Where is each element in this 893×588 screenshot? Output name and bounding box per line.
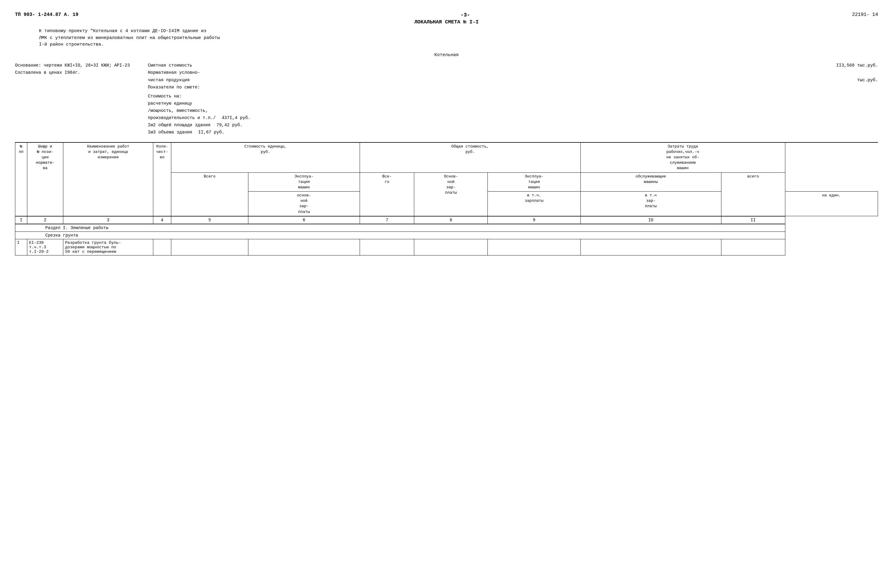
normative-value: тыс.руб.	[857, 76, 878, 84]
subsection-label-1: Срезка грунта	[15, 231, 785, 239]
idx-10: IO	[580, 216, 721, 224]
row1-name: Разработка грунта буль-дозерами мощность…	[63, 239, 153, 255]
header-left: ТП 903- 1-244.87 А. 19	[15, 12, 78, 17]
area-row: Iм2 общей площади здания 79,42 руб.	[148, 122, 878, 129]
th-base-salary: основ-нойзар-платы	[248, 192, 360, 216]
desc-line3: I-й район строительства.	[39, 41, 878, 48]
indicators-label: Показатели по смете:	[148, 84, 878, 91]
basis-line1: Основание: чертежи КЖI+IO, 26+3I КЖИ; АР…	[15, 62, 130, 69]
calc-unit-label3: производительность и т.п./	[148, 114, 216, 122]
normative-label2: чистая продукция	[148, 76, 851, 84]
object-name: Котельная	[15, 52, 878, 58]
th-total-expl-label: Эксплуа-тациямашин	[488, 172, 580, 192]
main-table: №пп Шифр и№ пози-циинормати-ва Наименова…	[15, 142, 878, 255]
section-row-1: Раздел I. Земляные работы	[15, 224, 878, 232]
table-header-row1: №пп Шифр и№ пози-циинормати-ва Наименова…	[15, 142, 878, 172]
th-expl-salary: в т.ч.зарплаты	[488, 192, 580, 216]
table-index-row: I 2 3 4 5 6 7 8 9 IO II	[15, 216, 878, 224]
idx-3: 3	[63, 216, 153, 224]
header-center: -3-	[78, 12, 852, 18]
idx-1: I	[15, 216, 27, 224]
normative-row1: Нормативная условно-	[148, 69, 878, 76]
volume-row: Iм3 объема здания II,67 руб.	[148, 129, 878, 136]
row1-total-base	[414, 239, 488, 255]
normative-label: Нормативная условно-	[148, 69, 878, 76]
row1-labor-unit	[580, 239, 721, 255]
row1-total-expl	[488, 239, 580, 255]
row1-qty	[153, 239, 171, 255]
header-row: ТП 903- 1-244.87 А. 19 -3- 22191- 14	[15, 12, 878, 18]
calc-unit-row2: /мощность, вместимость,	[148, 107, 878, 114]
table-row-1: I ЕI-230т.ч.т.3т.I-29-2 Разработка грунт…	[15, 239, 878, 255]
estimated-cost-row: Сметная стоимость II3,568 тыс.руб.	[148, 62, 878, 69]
th-unit-total: Всего	[171, 172, 248, 216]
calc-unit-label: расчетную единицу	[148, 100, 878, 107]
row1-labor-total	[721, 239, 785, 255]
section-label-1: Раздел I. Земляные работы	[15, 224, 785, 232]
th-total-base: Основ-нойзар-платы	[414, 172, 488, 216]
th-labor-group: Затраты трударабочих,чол.-чне занятых об…	[580, 142, 785, 172]
idx-2: 2	[27, 216, 63, 224]
idx-8: 8	[414, 216, 488, 224]
normative-row2: чистая продукция тыс.руб.	[148, 76, 878, 84]
area-label: Iм2 общей площади здания	[148, 122, 210, 129]
th-labor-total: всего	[721, 172, 785, 216]
subsection-row-1: Срезка грунта	[15, 231, 878, 239]
page-container: ТП 903- 1-244.87 А. 19 -3- 22191- 14 ЛОК…	[15, 12, 878, 255]
cost-details: Стоимость на: расчетную единицу /мощност…	[148, 93, 878, 136]
idx-7: 7	[360, 216, 414, 224]
volume-label: Iм3 объема здания	[148, 129, 192, 136]
th-unit-expl-label: Эксплуа-тациямашин	[248, 172, 360, 192]
description-block: К типовому проекту "Котельная с 4 котлам…	[39, 28, 878, 48]
calc-unit-label2: /мощность, вместимость,	[148, 107, 208, 114]
th-num: №пп	[15, 142, 27, 216]
th-expl-total-salary: в т.чзар-платы	[580, 192, 721, 216]
basis-line2: Составлена в ценах I984г.	[15, 69, 130, 76]
row1-unit-total	[171, 239, 248, 255]
th-unit-cost-group: Стоимость единицы,руб.	[171, 142, 360, 172]
desc-line2: ЛМК с утеплителем из минераловатных плит…	[39, 35, 878, 42]
idx-9: 9	[488, 216, 580, 224]
idx-11: II	[721, 216, 785, 224]
th-name: Наименование работи затрат, единицаизмер…	[63, 142, 153, 216]
row1-total-all	[360, 239, 414, 255]
th-total-cost-group: Общая стоимость,руб.	[360, 142, 580, 172]
th-labor-per-unit: на един.	[785, 192, 878, 216]
info-right: Сметная стоимость II3,568 тыс.руб. Норма…	[148, 62, 878, 136]
area-value: 79,42 руб.	[216, 122, 243, 129]
idx-5: 5	[171, 216, 248, 224]
th-qty: Коли-чест-во	[153, 142, 171, 216]
volume-value: II,67 руб.	[198, 129, 224, 136]
cost-per-unit-label: Стоимость на:	[148, 93, 878, 100]
th-labor-machines-label: обслуживающиемашины	[580, 172, 721, 192]
calc-unit-value: 437I,4 руб.	[222, 114, 251, 122]
row1-unit-expl	[248, 239, 360, 255]
idx-6: 6	[248, 216, 360, 224]
desc-line1: К типовому проекту "Котельная с 4 котлам…	[39, 28, 878, 35]
th-total-all: Все-го	[360, 172, 414, 216]
info-left: Основание: чертежи КЖI+IO, 26+3I КЖИ; АР…	[15, 62, 130, 136]
th-code: Шифр и№ пози-циинормати-ва	[27, 142, 63, 216]
row1-num: I	[15, 239, 27, 255]
idx-4: 4	[153, 216, 171, 224]
calc-unit-row3: производительность и т.п./ 437I,4 руб.	[148, 114, 878, 122]
estimated-value: II3,568 тыс.руб.	[836, 62, 878, 69]
estimated-label: Сметная стоимость	[148, 62, 830, 69]
info-section: Основание: чертежи КЖI+IO, 26+3I КЖИ; АР…	[15, 62, 878, 136]
document-title: ЛОКАЛЬНАЯ СМЕТА № I-I	[15, 19, 878, 25]
header-right: 22191- 14	[852, 12, 878, 17]
row1-code: ЕI-230т.ч.т.3т.I-29-2	[27, 239, 63, 255]
